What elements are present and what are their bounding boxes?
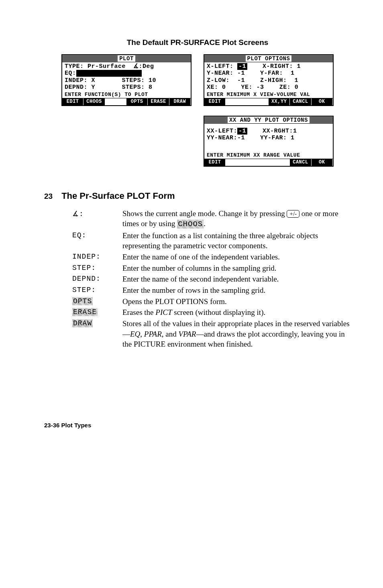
softkey-cancl[interactable]: CANCL [290, 98, 311, 105]
screen-plot-options: PLOT OPTIONS X-LEFT: -1 X-RIGHT: 1 Y-NEA… [204, 54, 334, 106]
options-softkeys: EDIT XX,YY CANCL OK [204, 98, 333, 105]
softkey-cancl[interactable]: CANCL [290, 159, 311, 166]
softkey-blank [226, 98, 247, 105]
softkey-draw[interactable]: DRAW [169, 98, 191, 105]
angle-label: ∡: [133, 63, 143, 70]
page-title: The Default PR-SURFACE Plot Screens [44, 38, 351, 47]
indep-steps-value: 10 [149, 77, 156, 84]
row-eq-text: Enter the function as a list containing … [122, 231, 351, 251]
row-opts-text: Opens the PLOT OPTIONS form. [122, 296, 351, 307]
row-angle-text: Shows the current angle mode. Change it … [122, 208, 351, 230]
angle-value: Deg [143, 63, 154, 70]
xxleft-label: XX-LEFT: [207, 128, 237, 135]
row-step2-text: Enter the number of rows in the sampling… [122, 285, 351, 296]
screen-xxyy-options: XX AND YY PLOT OPTIONS XX-LEFT:-1 XX-RGH… [204, 116, 334, 167]
zlow-label: Z-LOW: [207, 77, 230, 84]
ze-value: 0 [295, 84, 299, 91]
row-depnd-text: Enter the name of the second independent… [122, 274, 351, 284]
softkey-edit[interactable]: EDIT [204, 98, 226, 105]
xxyy-status: ENTER MINIMUM XX RANGE VALUE [204, 152, 333, 159]
softkey-choos[interactable]: CHOOS [84, 98, 105, 105]
row-depnd-label: DEPND: [72, 274, 122, 284]
softkey-edit[interactable]: EDIT [62, 98, 84, 105]
row-eq-label: EQ: [72, 231, 122, 251]
screen-plot: PLOT TYPE: Pr-Surface ∡:Deg EQ: INDEP: X [61, 54, 192, 106]
depnd-value: Y [92, 84, 96, 91]
key-plus-minus: +/- [287, 210, 299, 218]
screen-options-title: PLOT OPTIONS [246, 55, 292, 62]
xleft-value: -1 [237, 63, 247, 70]
indep-steps-label: STEPS: [122, 77, 145, 84]
xxrght-value: 1 [293, 128, 297, 135]
softkey-blank [226, 159, 247, 166]
ze-label: ZE: [279, 84, 291, 91]
xe-label: XE: [207, 84, 218, 91]
menu-choos: CHOOS [177, 220, 204, 229]
softkey-opts[interactable]: OPTS [126, 98, 148, 105]
depnd-label: DEPND: [65, 84, 88, 91]
depnd-steps-value: 8 [149, 84, 153, 91]
zlow-value: -1 [237, 77, 245, 84]
row-angle-label: ∡: [72, 208, 122, 230]
yfar-label: Y-FAR: [260, 70, 283, 77]
type-value: Pr-Surface [88, 63, 126, 70]
yfar-value: 1 [291, 70, 295, 77]
xright-value: 1 [297, 63, 301, 70]
yynear-label: YY-NEAR: [207, 135, 237, 141]
xe-value: 0 [222, 84, 226, 91]
zhigh-value: 1 [295, 77, 299, 84]
xxleft-value: -1 [237, 128, 247, 135]
row-erase-label: ERASE [72, 307, 122, 318]
softkey-blank [247, 159, 269, 166]
yyfar-label: YY-FAR: [260, 135, 287, 141]
zhigh-label: Z-HIGH: [260, 77, 287, 84]
row-step2-label: STEP: [72, 285, 122, 296]
row-erase-text: Erases the PICT screen (without displayi… [122, 307, 351, 318]
yynear-value: -1 [237, 135, 245, 141]
page-footer: 23-36 Plot Types [44, 422, 351, 429]
softkey-blank [269, 159, 290, 166]
xxyy-softkeys: EDIT CANCL OK [204, 159, 333, 166]
softkey-edit[interactable]: EDIT [204, 159, 226, 166]
row-draw-text: Stores all of the values in their approp… [122, 318, 351, 349]
indep-label: INDEP: [65, 77, 88, 84]
eq-label: EQ: [65, 70, 76, 77]
softkey-blank [247, 98, 269, 105]
ye-label: YE: [241, 84, 253, 91]
ynear-value: -1 [237, 70, 245, 77]
plot-status: ENTER FUNCTION(S) TO PLOT [62, 92, 191, 98]
type-label: TYPE: [65, 63, 84, 70]
softkey-ok[interactable]: OK [312, 159, 333, 166]
row-indep-text: Enter the name of one of the independent… [122, 252, 351, 262]
softkey-xxyy[interactable]: XX,YY [269, 98, 290, 105]
ye-value: -3 [257, 84, 264, 91]
row-step1-text: Enter the number of columns in the sampl… [122, 263, 351, 274]
xxrght-label: XX-RGHT: [263, 128, 293, 135]
softkey-blank [105, 98, 126, 105]
softkey-ok[interactable]: OK [312, 98, 333, 105]
indep-value: X [92, 77, 96, 84]
eq-value [76, 70, 142, 77]
ynear-label: Y-NEAR: [207, 70, 234, 77]
yyfar-value: 1 [291, 135, 295, 141]
row-opts-label: OPTS [72, 296, 122, 307]
screen-plot-title: PLOT [118, 55, 135, 62]
screen-xxyy-title: XX AND YY PLOT OPTIONS [228, 117, 310, 123]
options-status: ENTER MINIMUM X VIEW-VOLUME VAL [204, 92, 333, 98]
row-indep-label: INDEP: [72, 252, 122, 262]
row-draw-label: DRAW [72, 318, 122, 349]
row-step1-label: STEP: [72, 263, 122, 274]
depnd-steps-label: STEPS: [122, 84, 145, 91]
xleft-label: X-LEFT: [207, 63, 234, 70]
section-title: The Pr-Surface PLOT Form [61, 191, 351, 201]
plot-softkeys: EDIT CHOOS OPTS ERASE DRAW [62, 98, 191, 105]
xright-label: X-RIGHT: [263, 63, 293, 70]
softkey-erase[interactable]: ERASE [148, 98, 169, 105]
section-number: 23 [44, 191, 53, 207]
